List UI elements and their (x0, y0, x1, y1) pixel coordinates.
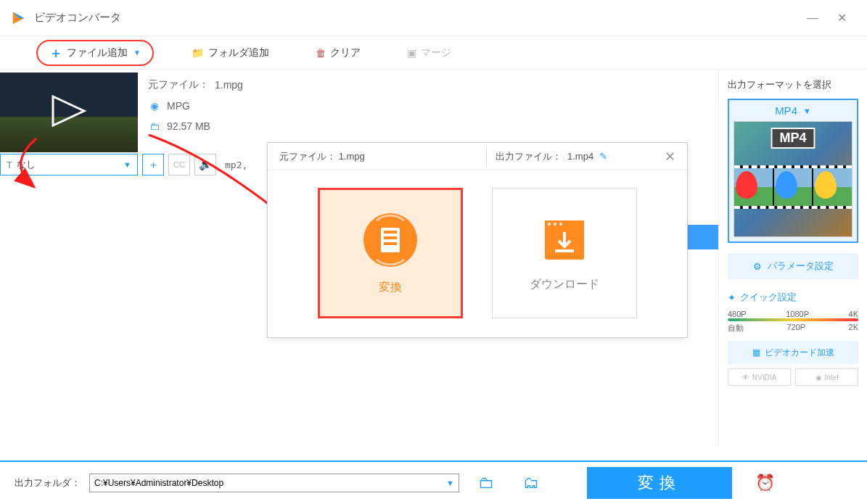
convert-button-label: 変換 (638, 472, 681, 494)
format-icon: ◉ (148, 100, 161, 112)
format-preview: MP4 (734, 121, 852, 237)
video-thumbnail[interactable] (0, 73, 138, 152)
chevron-down-icon: ▼ (123, 160, 131, 169)
svg-rect-6 (545, 220, 584, 228)
svg-rect-10 (555, 249, 574, 252)
output-folder-label: 出力フォルダ： (15, 476, 81, 489)
close-popup-button[interactable]: ✕ (665, 149, 675, 165)
audio-button[interactable]: 🔉 (194, 154, 216, 175)
subtitle-value: なし (17, 158, 36, 171)
convert-card-label: 変換 (379, 280, 402, 295)
popup-source-name: 1.mpg (339, 151, 365, 162)
output-format-title: 出力フォーマットを選択 (728, 78, 858, 91)
intel-chip: ◉Intel (795, 368, 858, 386)
edit-output-button[interactable]: ✎ (599, 151, 607, 162)
svg-rect-4 (384, 242, 397, 245)
output-path-select[interactable]: C:¥Users¥Administrator¥Desktop ▼ (89, 474, 459, 492)
close-window-button[interactable]: ✕ (827, 11, 856, 25)
folder-icon: 📁 (192, 47, 204, 59)
nvidia-icon: 👁 (742, 373, 749, 381)
minimize-button[interactable]: — (798, 12, 827, 25)
chevron-down-icon: ▼ (803, 107, 811, 115)
merge-icon: ▣ (407, 47, 416, 59)
format-name: MP4 (775, 104, 797, 117)
parameter-settings-button[interactable]: ⚙ パラメータ設定 (728, 253, 858, 279)
schedule-button[interactable]: ⏰ (755, 474, 775, 492)
res-1080p: 1080P (786, 310, 809, 318)
svg-point-8 (554, 223, 556, 226)
add-file-label: ファイル追加 (67, 46, 128, 59)
format-selector[interactable]: MP4 ▼ MP4 (728, 99, 858, 243)
chip-icon: ▦ (752, 347, 760, 358)
convert-card[interactable]: 変換 (318, 188, 463, 318)
intel-icon: ◉ (815, 373, 822, 381)
audio-info: mp2, (225, 160, 247, 170)
window-title: ビデオコンバータ (34, 11, 798, 25)
browse-folder-button[interactable]: 🗂 (513, 474, 549, 492)
svg-point-9 (559, 223, 562, 226)
res-480p: 480P (728, 310, 747, 318)
subtitle-audio-controls: T なし ▼ ＋ CC 🔉 mp2, (0, 152, 247, 177)
download-card[interactable]: ダウンロード (492, 188, 637, 318)
file-size: 92.57 MB (167, 120, 210, 132)
open-folder-button[interactable]: 🗀 (468, 474, 504, 492)
convert-icon (362, 212, 419, 268)
nvidia-label: NVIDIA (752, 373, 776, 381)
title-bar: ビデオコンバータ — ✕ (0, 0, 867, 36)
settings-icon: ⚙ (753, 261, 762, 272)
gpu-accel-button[interactable]: ▦ ビデオカード加速 (728, 341, 858, 364)
subtitle-select[interactable]: T なし ▼ (0, 154, 138, 175)
popup-source-label: 元ファイル： (279, 151, 336, 162)
res-4k: 4K (849, 310, 858, 318)
file-list-area: 元ファイル： 1.mpg ◉ MPG 🗀 92.57 MB T なし ▼ ＋ (0, 70, 718, 447)
merge-label: マージ (421, 46, 451, 59)
param-label: パラメータ設定 (768, 260, 834, 273)
cc-icon: CC (173, 160, 185, 169)
resolution-slider[interactable]: 480P 1080P 4K 自動 720P 2K (728, 310, 858, 334)
toolbar: ＋ ファイル追加 ▼ 📁 フォルダ追加 🗑 クリア ▣ マージ (0, 36, 867, 70)
gpu-label: ビデオカード加速 (765, 347, 834, 359)
chevron-down-icon: ▼ (446, 479, 454, 487)
text-icon: T (7, 160, 12, 170)
add-folder-label: フォルダ追加 (208, 46, 269, 59)
nvidia-chip: 👁NVIDIA (728, 368, 791, 386)
res-2k: 2K (849, 323, 858, 334)
app-logo-icon (11, 10, 27, 26)
play-icon (49, 95, 89, 130)
intel-label: Intel (825, 373, 839, 381)
cc-button[interactable]: CC (168, 154, 190, 175)
popup-output-label: 出力ファイル： (496, 150, 562, 163)
footer: 出力フォルダ： C:¥Users¥Administrator¥Desktop ▼… (0, 460, 867, 504)
chevron-down-icon: ▼ (133, 49, 141, 57)
merge-button[interactable]: ▣ マージ (398, 44, 460, 62)
download-icon (539, 215, 590, 265)
quick-text: クイック設定 (740, 291, 797, 304)
svg-point-7 (548, 223, 551, 226)
convert-button[interactable]: 変換 (587, 467, 732, 499)
file-format: MPG (167, 100, 190, 112)
speaker-icon: 🔉 (199, 158, 213, 171)
svg-rect-3 (384, 236, 397, 239)
clear-label: クリア (330, 46, 361, 59)
output-path-value: C:¥Users¥Administrator¥Desktop (94, 478, 223, 488)
source-file-name: 1.mpg (215, 79, 243, 91)
mp4-badge: MP4 (771, 128, 815, 149)
action-popup: 元ファイル： 1.mpg 出力ファイル： 1.mp4 ✎ ✕ 変換 (267, 142, 688, 338)
clear-button[interactable]: 🗑 クリア (307, 44, 369, 62)
plus-icon: ＋ (148, 158, 159, 172)
source-file-label: 元ファイル： (148, 78, 209, 91)
res-720p: 720P (786, 323, 805, 334)
res-auto: 自動 (728, 323, 744, 334)
right-panel: 出力フォーマットを選択 MP4 ▼ MP4 ⚙ パラメータ設定 ✦ クイック設定 (718, 70, 867, 447)
add-subtitle-button[interactable]: ＋ (142, 154, 164, 175)
plus-icon: ＋ (49, 44, 62, 62)
add-file-button[interactable]: ＋ ファイル追加 ▼ (36, 40, 154, 66)
quick-settings-label: ✦ クイック設定 (728, 291, 858, 304)
trash-icon: 🗑 (316, 47, 326, 59)
svg-rect-2 (384, 231, 397, 234)
add-folder-button[interactable]: 📁 フォルダ追加 (183, 44, 278, 62)
folder-icon: 🗀 (148, 120, 161, 132)
popup-output-name: 1.mp4 (567, 151, 593, 162)
download-card-label: ダウンロード (530, 277, 599, 292)
quick-icon: ✦ (728, 292, 736, 303)
